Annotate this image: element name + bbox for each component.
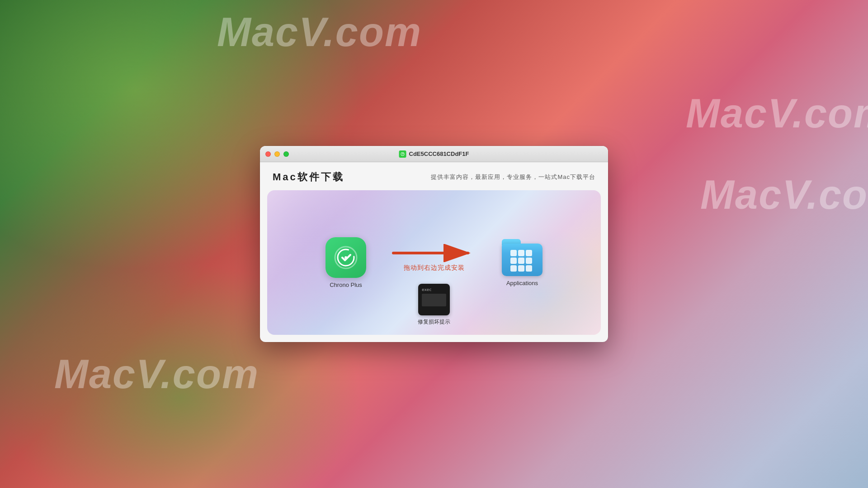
folder-grid	[510, 250, 534, 271]
app-label-applications: Applications	[506, 280, 538, 286]
close-button[interactable]	[265, 151, 271, 157]
installer-window: CdE5CCC681CDdF1F Mac软件下载 提供丰富内容，最新应用，专业服…	[260, 146, 608, 342]
folder-body	[502, 244, 542, 276]
exec-section-label: 修复损坏提示	[418, 318, 450, 326]
maximize-button[interactable]	[283, 151, 289, 157]
grid-dot-7	[510, 265, 517, 272]
grid-dot-8	[518, 265, 524, 272]
arrow-container: 拖动到右边完成安装	[384, 244, 484, 272]
brand-name: Mac软件下载	[273, 170, 344, 184]
exec-bar	[422, 294, 446, 306]
title-bar-content: CdE5CCC681CDdF1F	[399, 150, 469, 158]
install-arrow	[389, 244, 479, 262]
app-label-chrono: Chrono Plus	[330, 282, 362, 288]
title-icon	[399, 150, 406, 158]
applications-folder-icon	[502, 239, 542, 276]
grid-dot-6	[526, 258, 532, 264]
app-item-applications[interactable]: Applications	[484, 239, 561, 286]
window-title: CdE5CCC681CDdF1F	[409, 150, 469, 157]
exec-label-text: exec	[422, 287, 432, 292]
chrono-icon	[326, 237, 366, 278]
drag-label: 拖动到右边完成安装	[404, 264, 465, 272]
grid-dot-3	[526, 250, 532, 256]
header-subtitle: 提供丰富内容，最新应用，专业服务，一站式Mac下载平台	[431, 173, 595, 181]
app-item-chrono[interactable]: Chrono Plus	[307, 237, 384, 288]
dmg-area[interactable]: Chrono Plus 拖动到右边完成安装	[267, 190, 601, 335]
traffic-lights	[265, 151, 289, 157]
grid-dot-4	[510, 258, 517, 264]
grid-dot-2	[518, 250, 524, 256]
grid-dot-1	[510, 250, 517, 256]
exec-icon: exec	[418, 284, 450, 315]
minimize-button[interactable]	[274, 151, 280, 157]
svg-point-3	[344, 256, 347, 259]
grid-dot-9	[526, 265, 532, 272]
window-header: Mac软件下载 提供丰富内容，最新应用，专业服务，一站式Mac下载平台	[260, 162, 608, 190]
title-bar: CdE5CCC681CDdF1F	[260, 146, 608, 162]
grid-dot-5	[518, 258, 524, 264]
exec-section: exec 修复损坏提示	[418, 284, 450, 326]
